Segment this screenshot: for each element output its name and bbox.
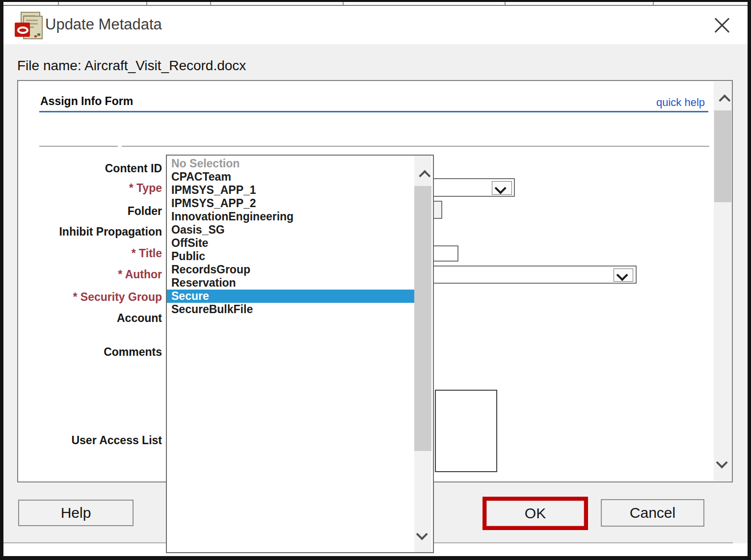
list-item[interactable]: InnovationEngineering (167, 210, 419, 223)
cancel-button[interactable]: Cancel (601, 499, 704, 527)
screenshot-border-top (0, 0, 751, 2)
list-item[interactable]: Oasis_SG (167, 223, 419, 237)
form-divider-left (39, 146, 118, 147)
user-access-list-box[interactable] (435, 390, 497, 472)
screenshot-border-bottom (0, 556, 751, 560)
screenshot-border-right (748, 0, 751, 560)
list-item[interactable]: IPMSYS_APP_2 (167, 197, 419, 210)
list-item[interactable]: IPMSYS_APP_1 (167, 184, 419, 197)
app-document-icon (15, 12, 42, 40)
dialog-title: Update Metadata (45, 16, 162, 33)
dropdown-arrow-icon[interactable] (492, 181, 512, 195)
list-item[interactable]: SecureBulkFile (167, 303, 419, 316)
update-metadata-dialog: Update Metadata File name: Aircraft_Visi… (0, 0, 751, 560)
list-item-selected[interactable]: Secure (167, 290, 419, 303)
quick-help-link[interactable]: quick help (656, 96, 705, 109)
form-section-title: Assign Info Form (40, 95, 133, 108)
label-content-id: Content ID (20, 162, 162, 175)
scroll-up-icon[interactable] (416, 169, 430, 182)
label-comments: Comments (20, 346, 162, 359)
screenshot-border-left (0, 0, 3, 560)
label-security-group: * Security Group (20, 291, 162, 304)
scroll-down-icon[interactable] (716, 455, 730, 469)
list-item[interactable]: Reservation (167, 276, 419, 290)
ok-button[interactable]: OK (486, 501, 584, 526)
label-account: Account (20, 312, 162, 325)
label-user-access-list: User Access List (20, 434, 162, 447)
security-group-dropdown-list: No Selection CPACTeam IPMSYS_APP_1 IPMSY… (166, 155, 434, 553)
label-folder: Folder (20, 205, 162, 218)
header-rule (39, 111, 708, 112)
scroll-up-icon[interactable] (716, 93, 730, 107)
close-icon[interactable] (709, 13, 735, 38)
list-item[interactable]: No Selection (167, 157, 419, 170)
list-scrollbar-thumb[interactable] (414, 186, 431, 451)
list-item[interactable]: CPACTeam (167, 170, 419, 184)
label-type: * Type (20, 182, 162, 195)
form-scrollbar-thumb[interactable] (714, 110, 731, 202)
ok-button-label: OK (525, 505, 546, 522)
label-title: * Title (20, 247, 162, 260)
label-author: * Author (20, 268, 162, 281)
oracle-logo-icon (15, 23, 30, 37)
ok-highlight-annotation: OK (483, 497, 588, 530)
list-item[interactable]: Public (167, 250, 419, 263)
scroll-down-icon[interactable] (416, 528, 430, 540)
cancel-button-label: Cancel (630, 505, 675, 521)
label-inhibit-propagation: Inhibit Propagation (20, 225, 162, 239)
file-name-text: File name: Aircraft_Visit_Record.docx (17, 58, 246, 74)
help-button-label: Help (61, 505, 91, 521)
form-divider-right (122, 146, 709, 147)
list-item[interactable]: RecordsGroup (167, 263, 419, 276)
help-button[interactable]: Help (18, 500, 134, 526)
list-item[interactable]: OffSite (167, 237, 419, 250)
dropdown-arrow-icon[interactable] (614, 268, 633, 282)
